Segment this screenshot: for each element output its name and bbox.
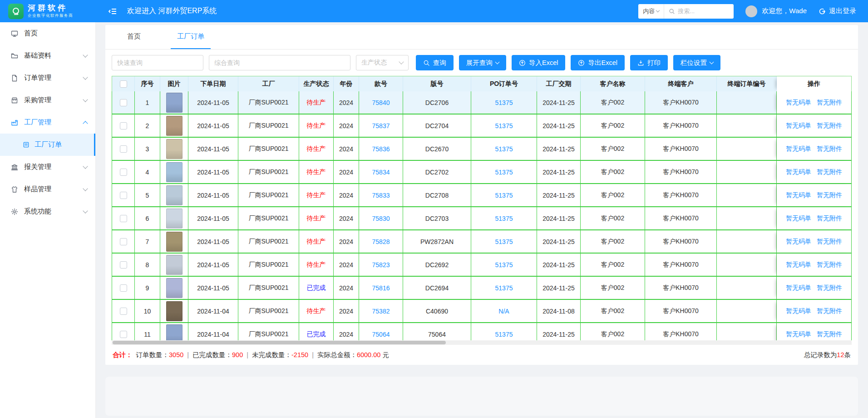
sidebar-item-8[interactable]: 系统功能 [0,200,95,223]
row-checkbox[interactable] [120,238,127,245]
tab-2[interactable]: 工厂订单 [171,25,211,49]
style-no-link[interactable]: 75816 [372,284,390,292]
toolbar-button-3[interactable]: 导入Excel [512,55,565,70]
po-no-link[interactable]: 51375 [495,215,513,222]
action-link[interactable]: 暂无码单 [786,99,811,107]
logout-button[interactable]: 退出登录 [819,7,856,15]
row-checkbox[interactable] [120,192,127,199]
row-checkbox[interactable] [120,169,127,176]
action-link[interactable]: 暂无附件 [817,145,842,153]
combined-search-input[interactable] [209,55,350,70]
action-link[interactable]: 暂无附件 [817,261,842,269]
toolbar-button-6[interactable]: 栏位设置 [673,55,720,70]
row-checkbox[interactable] [120,261,127,269]
product-image[interactable] [166,139,182,159]
production-status-select[interactable]: 生产状态 [356,55,409,70]
action-link[interactable]: 暂无附件 [817,99,842,107]
table-row[interactable]: 112024-11-04厂商SUP0021已完成2024750647506451… [112,323,851,340]
table-row[interactable]: 32024-11-05厂商SUP0021待生产202475836DC267051… [112,138,851,161]
action-link[interactable]: 暂无码单 [786,214,811,223]
product-image[interactable] [166,255,182,275]
tab-1[interactable]: 首页 [121,25,147,49]
sidebar-item-4[interactable]: 采购管理 [0,89,95,111]
product-image[interactable] [166,278,182,298]
style-no-link[interactable]: 75828 [372,238,390,245]
action-link[interactable]: 暂无码单 [786,191,811,199]
action-link[interactable]: 暂无码单 [786,330,811,338]
row-checkbox[interactable] [120,308,127,315]
table-row[interactable]: 42024-11-05厂商SUP0021待生产202475834DC270251… [112,161,851,184]
product-image[interactable] [166,185,182,205]
table-row[interactable]: 102024-11-04厂商SUP0021待生产202475382C40690N… [112,300,851,323]
action-link[interactable]: 暂无码单 [786,145,811,153]
toolbar-button-1[interactable]: 查询 [416,55,454,70]
action-link[interactable]: 暂无附件 [817,238,842,246]
style-no-link[interactable]: 75834 [372,169,390,176]
table-row[interactable]: 82024-11-05厂商SUP0021待生产202475823DC269251… [112,254,851,277]
select-all-checkbox[interactable] [120,80,127,88]
quick-search-input[interactable] [112,55,203,70]
action-link[interactable]: 暂无附件 [817,191,842,199]
product-image[interactable] [166,93,182,113]
po-no-link[interactable]: 51375 [495,192,513,199]
action-link[interactable]: 暂无附件 [817,122,842,130]
row-checkbox[interactable] [120,215,127,222]
sidebar-collapse-icon[interactable] [108,7,117,15]
style-no-link[interactable]: 75064 [372,331,390,338]
search-category-select[interactable]: 内容 [638,4,664,19]
search-input[interactable]: 搜索... [664,7,734,15]
sidebar-subitem-工厂订单[interactable]: 工厂订单 [0,134,95,156]
action-link[interactable]: 暂无附件 [817,214,842,223]
po-no-link[interactable]: 51375 [495,122,513,129]
style-no-link[interactable]: 75836 [372,145,390,153]
sidebar-item-5[interactable]: 工厂管理 [0,111,95,134]
sidebar-item-3[interactable]: 订单管理 [0,67,95,89]
product-image[interactable] [166,232,182,252]
table-row[interactable]: 12024-11-05厂商SUP0021待生产202475840DC270651… [112,91,851,114]
sidebar-item-1[interactable]: 首页 [0,22,95,45]
row-checkbox[interactable] [120,122,127,129]
product-image[interactable] [166,116,182,136]
row-checkbox[interactable] [120,99,127,106]
table-row[interactable]: 22024-11-05厂商SUP0021待生产202475837DC270451… [112,114,851,138]
table-row[interactable]: 62024-11-05厂商SUP0021待生产202475830DC270351… [112,207,851,230]
action-link[interactable]: 暂无码单 [786,284,811,292]
action-link[interactable]: 暂无码单 [786,307,811,315]
po-no-link[interactable]: 51375 [495,331,513,338]
action-link[interactable]: 暂无码单 [786,122,811,130]
table-row[interactable]: 52024-11-05厂商SUP0021待生产202475833DC270851… [112,184,851,207]
po-no-link[interactable]: N/A [498,308,509,315]
product-image[interactable] [166,162,182,182]
row-checkbox[interactable] [120,145,127,153]
product-image[interactable] [166,324,182,341]
sidebar-item-6[interactable]: 报关管理 [0,156,95,178]
style-no-link[interactable]: 75833 [372,192,390,199]
toolbar-button-5[interactable]: 打印 [630,55,668,70]
po-no-link[interactable]: 51375 [495,99,513,106]
user-box[interactable]: 欢迎您，Wade [745,5,807,17]
action-link[interactable]: 暂无码单 [786,261,811,269]
po-no-link[interactable]: 51375 [495,238,513,245]
po-no-link[interactable]: 51375 [495,284,513,292]
style-no-link[interactable]: 75830 [372,215,390,222]
po-no-link[interactable]: 51375 [495,145,513,153]
action-link[interactable]: 暂无附件 [817,307,842,315]
action-link[interactable]: 暂无附件 [817,168,842,176]
table-row[interactable]: 72024-11-05厂商SUP0021待生产202475828PW2872AN… [112,230,851,254]
sidebar-item-7[interactable]: 样品管理 [0,178,95,200]
style-no-link[interactable]: 75840 [372,99,390,106]
style-no-link[interactable]: 75382 [372,308,390,315]
po-no-link[interactable]: 51375 [495,169,513,176]
table-row[interactable]: 92024-11-05厂商SUP0021已完成202475816DC269451… [112,277,851,300]
po-no-link[interactable]: 51375 [495,261,513,269]
action-link[interactable]: 暂无码单 [786,168,811,176]
action-link[interactable]: 暂无附件 [817,330,842,338]
toolbar-button-4[interactable]: 导出Excel [571,55,624,70]
style-no-link[interactable]: 75837 [372,122,390,129]
scrollbar-thumb[interactable] [113,341,446,344]
product-image[interactable] [166,209,182,229]
sidebar-item-2[interactable]: 基础资料 [0,45,95,67]
action-link[interactable]: 暂无码单 [786,238,811,246]
style-no-link[interactable]: 75823 [372,261,390,269]
action-link[interactable]: 暂无附件 [817,284,842,292]
